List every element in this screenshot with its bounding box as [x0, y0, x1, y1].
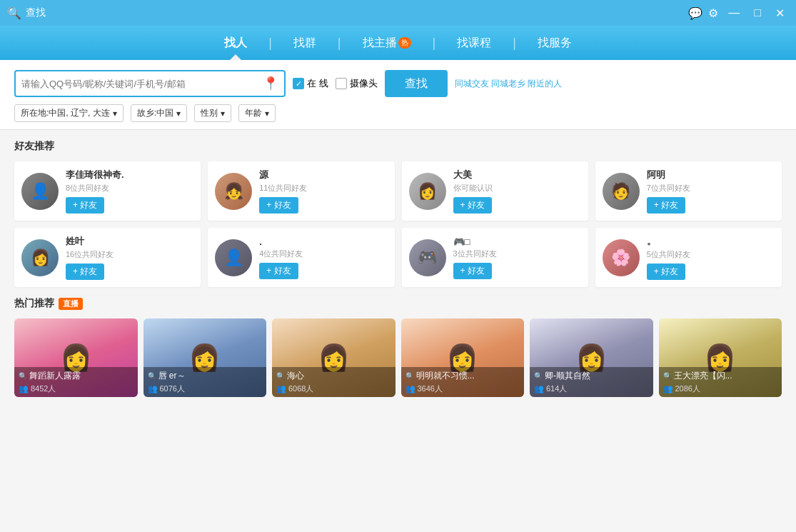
tab-find-group-label: 找群 — [293, 36, 316, 51]
friend-card: 🎮 🎮□ 3位共同好友 + 好友 — [402, 228, 588, 287]
hot-card[interactable]: 👩 🔍 海心 👥 6068人 — [272, 318, 396, 397]
location-icon[interactable]: 📍 — [263, 76, 278, 91]
hot-card-count: 👥 6068人 — [276, 383, 391, 394]
friend-avatar: 👧 — [215, 173, 252, 210]
hot-card[interactable]: 👩 🔍 唇 er～ 👥 6076人 — [143, 318, 267, 397]
tab-find-service[interactable]: 找服务 — [516, 26, 593, 60]
tab-find-service-label: 找服务 — [538, 36, 572, 51]
app-icon: 🔍 — [7, 6, 21, 20]
friend-info: 姓叶 16位共同好友 + 好友 — [66, 235, 193, 280]
friend-avatar: 👤 — [21, 173, 59, 210]
nearby-links[interactable]: 同城交友 同城老乡 附近的人 — [455, 78, 563, 90]
search-area: 📍 ✓ 在 线 摄像头 查找 同城交友 同城老乡 附近的人 所在地:中国, 辽宁… — [0, 60, 796, 130]
online-checkbox[interactable]: ✓ — [293, 78, 304, 89]
hot-card-name: 🔍 海心 — [276, 370, 391, 382]
friend-name: 。 — [647, 235, 718, 248]
search-dot-icon: 🔍 — [663, 372, 672, 380]
hometown-filter-label: 故乡:中国 — [137, 107, 173, 119]
hometown-filter[interactable]: 故乡:中国 ▾ — [131, 104, 187, 122]
friend-mutual: 4位共同好友 — [259, 249, 387, 259]
add-friend-button[interactable]: + 好友 — [647, 197, 685, 214]
friend-info: 大美 你可能认识 + 好友 — [453, 169, 581, 214]
friend-mutual: 5位共同好友 — [647, 249, 775, 260]
hot-card[interactable]: 👩 🔍 舞蹈新人露露 👥 8452人 — [14, 318, 138, 397]
hot-title-text: 热门推荐 — [14, 297, 54, 310]
maximize-button[interactable]: □ — [750, 5, 765, 21]
hot-card-name: 🔍 明明就不习惯... — [405, 370, 520, 382]
friend-info: 。 5位共同好友 + 好友 — [647, 235, 775, 280]
gender-chevron-icon: ▾ — [221, 109, 225, 119]
hot-card-count: 👥 614人 — [534, 383, 649, 394]
hot-card-overlay: 🔍 王大漂亮【闪... 👥 2086人 — [659, 367, 782, 397]
tab-find-people[interactable]: 找人 — [203, 26, 268, 60]
friend-info: 李佳琦很神奇. 8位共同好友 + 好友 — [66, 169, 193, 214]
titlebar: 🔍 查找 💬 ⚙ — □ ✕ — [0, 0, 796, 26]
tab-find-group[interactable]: 找群 — [272, 26, 338, 60]
hot-card-count: 👥 3646人 — [405, 383, 520, 394]
friend-avatar: 👩 — [409, 173, 446, 210]
friend-mutual: 16位共同好友 — [66, 249, 193, 260]
friend-name: 姓叶 — [66, 235, 137, 248]
camera-label: 摄像头 — [350, 77, 378, 90]
close-button[interactable]: ✕ — [771, 5, 789, 21]
camera-checkbox[interactable] — [336, 78, 347, 89]
add-friend-button[interactable]: + 好友 — [453, 263, 492, 279]
minimize-button[interactable]: — — [724, 5, 744, 21]
message-icon[interactable]: 💬 — [688, 6, 702, 20]
search-button[interactable]: 查找 — [385, 70, 448, 97]
friend-mutual: 8位共同好友 — [66, 183, 193, 194]
people-icon: 👥 — [663, 384, 673, 393]
search-dot-icon: 🔍 — [534, 372, 543, 380]
hometown-chevron-icon: ▾ — [176, 109, 181, 119]
hot-card-overlay: 🔍 卿-顺其自然 👥 614人 — [530, 367, 653, 397]
friends-grid: 👤 李佳琦很神奇. 8位共同好友 + 好友 👧 源 11位共同好友 + 好友 👩… — [14, 161, 782, 287]
friend-card: 👤 . 4位共同好友 + 好友 — [208, 228, 394, 287]
hot-card[interactable]: 👩 🔍 明明就不习惯... 👥 3646人 — [401, 318, 525, 397]
friend-info: 阿明 7位共同好友 + 好友 — [647, 169, 775, 214]
hot-badge: 热 — [398, 37, 411, 49]
online-check[interactable]: ✓ 在 线 — [293, 77, 328, 90]
search-dot-icon: 🔍 — [405, 372, 414, 380]
tab-find-host[interactable]: 找主播 热 — [341, 26, 433, 60]
people-icon: 👥 — [148, 384, 158, 393]
friend-avatar: 🎮 — [409, 239, 446, 276]
friend-card: 🧑 阿明 7位共同好友 + 好友 — [595, 161, 782, 221]
friend-mutual: 11位共同好友 — [259, 183, 387, 194]
friend-info: 🎮□ 3位共同好友 + 好友 — [453, 236, 581, 279]
tab-find-course[interactable]: 找课程 — [435, 26, 513, 60]
friend-card: 👧 源 11位共同好友 + 好友 — [208, 161, 394, 221]
hot-card[interactable]: 👩 🔍 卿-顺其自然 👥 614人 — [530, 318, 653, 397]
friend-mutual: 你可能认识 — [453, 183, 581, 194]
settings-icon[interactable]: ⚙ — [708, 6, 718, 20]
friend-avatar: 🧑 — [603, 173, 640, 210]
tab-find-course-label: 找课程 — [457, 36, 491, 51]
add-friend-button[interactable]: + 好友 — [66, 197, 104, 214]
gender-filter-label: 性别 — [201, 107, 218, 119]
location-filter[interactable]: 所在地:中国, 辽宁, 大连 ▾ — [14, 104, 124, 122]
add-friend-button[interactable]: + 好友 — [66, 264, 104, 280]
gender-filter[interactable]: 性别 ▾ — [194, 104, 231, 122]
camera-check[interactable]: 摄像头 — [336, 77, 378, 90]
friend-name: 阿明 — [647, 169, 718, 181]
hot-card-overlay: 🔍 唇 er～ 👥 6076人 — [143, 367, 267, 397]
friend-card: 🌸 。 5位共同好友 + 好友 — [595, 228, 782, 287]
people-icon: 👥 — [405, 384, 415, 393]
friend-card: 👩 姓叶 16位共同好友 + 好友 — [14, 228, 201, 287]
add-friend-button[interactable]: + 好友 — [647, 264, 685, 280]
age-filter[interactable]: 年龄 ▾ — [238, 104, 276, 122]
people-icon: 👥 — [19, 384, 29, 393]
add-friend-button[interactable]: + 好友 — [259, 263, 298, 279]
friend-name: 🎮□ — [453, 236, 525, 247]
hot-card-count: 👥 6076人 — [148, 383, 263, 394]
hot-card-overlay: 🔍 舞蹈新人露露 👥 8452人 — [14, 367, 138, 397]
add-friend-button[interactable]: + 好友 — [259, 197, 298, 214]
search-row: 📍 ✓ 在 线 摄像头 查找 同城交友 同城老乡 附近的人 — [14, 70, 782, 97]
hot-grid: 👩 🔍 舞蹈新人露露 👥 8452人 👩 🔍 唇 er～ — [14, 318, 782, 397]
hot-card[interactable]: 👩 🔍 王大漂亮【闪... 👥 2086人 — [659, 318, 782, 397]
titlebar-controls: 💬 ⚙ — □ ✕ — [688, 5, 789, 21]
search-input[interactable] — [21, 79, 263, 89]
hot-card-count: 👥 2086人 — [663, 383, 778, 394]
friend-card: 👤 李佳琦很神奇. 8位共同好友 + 好友 — [14, 161, 201, 221]
age-filter-label: 年龄 — [245, 107, 262, 119]
add-friend-button[interactable]: + 好友 — [453, 197, 492, 214]
